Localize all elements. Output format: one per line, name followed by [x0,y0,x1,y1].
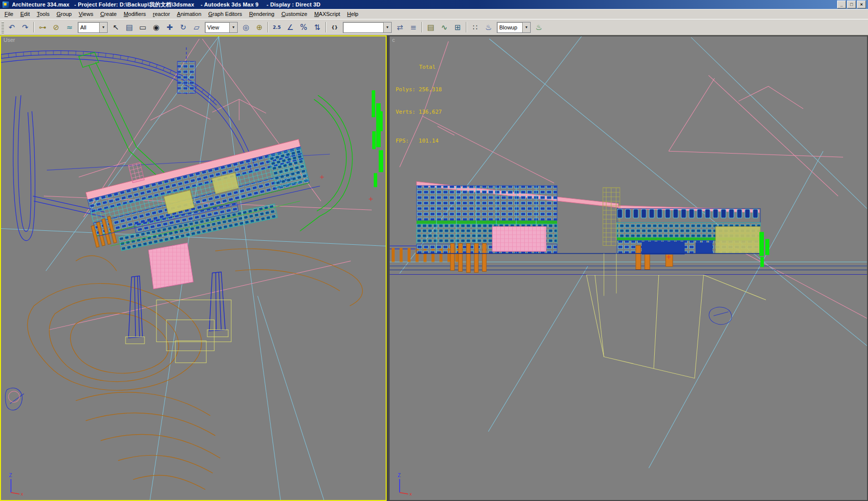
snaps-toggle-2-5-button[interactable]: 2.5 [270,20,284,34]
axis-z-label: Z [398,473,401,478]
render-type-dropdown-value: Blowup [497,22,522,32]
menu-customize[interactable]: Customize [278,10,311,18]
chevron-down-icon[interactable]: ▼ [522,22,530,32]
axis-x-label: x [21,492,23,496]
named-selection-sets-dropdown[interactable]: ▼ [343,22,392,33]
spinner-snap-toggle-button[interactable]: ⇅ [310,20,324,34]
menu-animation[interactable]: Animation [173,10,205,18]
menu-tools[interactable]: Tools [33,10,53,18]
mirror-button[interactable]: ⇄ [393,20,407,34]
toolbar-separator [420,21,424,33]
named-selection-sets-dropdown-value [343,22,383,32]
viewport-user-wireframe [1,36,386,500]
viewport-label[interactable]: c [392,37,395,43]
select-and-move-button[interactable]: ✚ [163,20,176,34]
minimize-button[interactable]: _ [837,0,846,8]
undo-button[interactable]: ↶ [5,20,18,34]
application-window: Architecture 334.max - Project Folder: D… [0,0,868,501]
percent-snap-toggle-button[interactable]: % [297,20,310,34]
axis-tripod: Z x [394,472,416,498]
menu-rendering[interactable]: Rendering [246,10,278,18]
stats-total: Total [419,63,442,71]
selection-filter-dropdown-value: All [78,22,99,32]
menu-graph-editors[interactable]: Graph Editors [205,10,246,18]
title-bar: Architecture 334.max - Project Folder: D… [0,0,868,9]
menu-edit[interactable]: Edit [17,10,33,18]
select-and-manipulate-button[interactable]: ⊕ [253,20,266,34]
select-and-scale-button[interactable]: ▱ [190,20,203,34]
menu-group[interactable]: Group [53,10,75,18]
rectangular-selection-region-button[interactable]: ▭ [136,20,149,34]
menu-reactor[interactable]: reactor [149,10,173,18]
use-pivot-point-center-button[interactable]: ◎ [239,20,253,34]
chevron-down-icon[interactable]: ▼ [99,22,107,32]
building-elevation-wireframe [417,181,760,272]
window-controls: _ □ × [837,0,866,8]
viewport-camera-c[interactable]: c Total Polys: 256,318 Verts: 136,627 FP… [389,35,868,501]
axis-z-label: Z [9,473,12,478]
axis-x-label: x [410,492,412,496]
toolbar: ↶↷⊶⊘≈All▼↖▤▭◉✚↻▱View▼◎⊕2.5∠%⇅{}▼⇄≡▤∿⊞∷♨B… [0,19,868,35]
toolbar-separator [324,21,328,33]
close-button[interactable]: × [857,0,866,8]
render-type-dropdown[interactable]: Blowup▼ [497,22,531,33]
menubar: FileEditToolsGroupViewsCreateModifiersre… [0,9,868,19]
maximize-button[interactable]: □ [847,0,856,8]
select-and-link-button[interactable]: ⊶ [36,20,49,34]
layer-manager-button[interactable]: ▤ [424,20,437,34]
schematic-view-button[interactable]: ⊞ [451,20,464,34]
menu-maxscript[interactable]: MAXScript [311,10,344,18]
app-icon [2,1,9,8]
menu-modifiers[interactable]: Modifiers [120,10,149,18]
axis-tripod-icon: Z x [5,472,27,496]
menu-views[interactable]: Views [75,10,97,18]
angle-snap-toggle-button[interactable]: ∠ [284,20,297,34]
axis-tripod-icon: Z x [394,472,416,496]
viewport-label[interactable]: User [3,37,15,43]
reference-coordinate-system-dropdown[interactable]: View▼ [205,22,238,33]
select-by-name-button[interactable]: ▤ [123,20,136,34]
viewport-camera-wireframe [390,36,867,500]
menu-help[interactable]: Help [344,10,362,18]
edit-named-selection-sets-button[interactable]: {} [328,20,341,34]
render-setup-button[interactable]: ♨ [482,20,495,34]
chevron-down-icon[interactable]: ▼ [229,22,237,32]
select-object-button[interactable]: ↖ [109,20,123,34]
stats-polys: Polys: 256,318 [396,86,442,93]
green-bars [372,90,383,187]
window-title: Architecture 334.max - Project Folder: D… [12,1,835,8]
window-crossing-toggle[interactable]: ◉ [149,20,163,34]
chevron-down-icon[interactable]: ▼ [383,22,391,32]
bind-to-space-warp-button[interactable]: ≈ [63,20,76,34]
toolbar-separator [32,21,36,33]
material-editor-button[interactable]: ∷ [468,20,482,34]
viewport-area: User Z x [0,35,868,501]
menu-create[interactable]: Create [97,10,120,18]
selection-filter-dropdown[interactable]: All▼ [78,22,108,33]
quick-render-button[interactable]: ♨ [532,20,546,34]
stats-verts: Verts: 136,627 [396,108,442,116]
toolbar-grip[interactable] [1,21,4,33]
unlink-selection-button[interactable]: ⊘ [49,20,63,34]
viewport-user[interactable]: User Z x [0,35,387,501]
align-button[interactable]: ≡ [407,20,420,34]
curve-editor-button[interactable]: ∿ [437,20,451,34]
select-and-rotate-button[interactable]: ↻ [176,20,190,34]
viewport-statistics: Total Polys: 256,318 Verts: 136,627 FPS:… [396,48,442,160]
toolbar-separator [464,21,468,33]
reference-coordinate-system-dropdown-value: View [205,22,229,32]
stats-fps: FPS: 101.14 [396,137,442,145]
menu-file[interactable]: File [1,10,17,18]
toolbar-separator [266,21,270,33]
redo-button[interactable]: ↷ [18,20,32,34]
axis-tripod: Z x [5,472,27,498]
